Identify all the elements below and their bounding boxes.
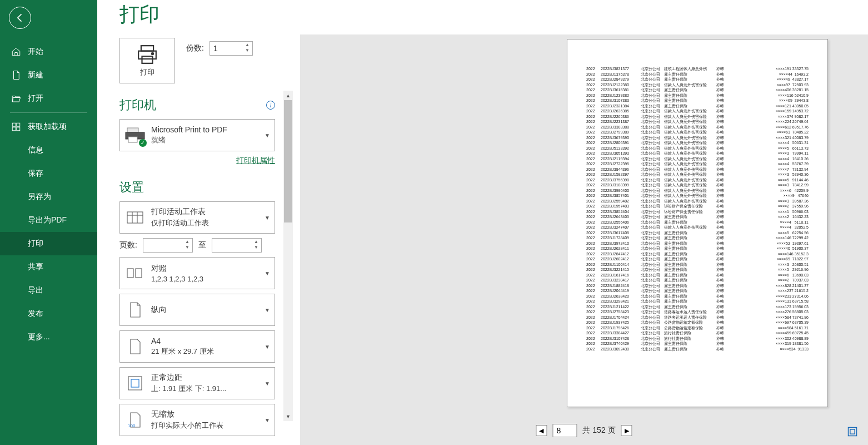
settings-panel: 打印 份数: ▲▼ 打印机 i Microsoft Print to PDF 就 <box>119 38 275 441</box>
pages-from-spinner[interactable]: ▲▼ <box>143 238 193 253</box>
home-icon <box>11 47 21 57</box>
preview-row: 20222022BJ3852404北京分公司诉讼财产保全责任保险亦帏××××1 … <box>586 209 809 215</box>
settings-scrollbar[interactable]: ▲ ▼ <box>283 100 293 412</box>
paper-line2: 21 厘米 x 29.7 厘米 <box>151 347 265 357</box>
arrow-left-icon <box>14 12 26 23</box>
printer-device-icon <box>124 125 146 146</box>
printer-name: Microsoft Print to PDF <box>151 125 265 134</box>
scrollbar-thumb[interactable] <box>284 100 292 222</box>
preview-row: 20222022BJ3679390北京分公司借款人人身意外伤害保险亦帏××××3… <box>586 135 809 141</box>
svg-rect-10 <box>128 137 137 142</box>
pages-to-input[interactable] <box>212 239 251 252</box>
collate-selector[interactable]: 对照 1,2,3 1,2,3 1,2,3 ▼ <box>119 257 275 289</box>
page-number-input[interactable] <box>552 424 577 437</box>
preview-row: 20222022BJ1957403北京分公司诉讼财产保全责任保险亦帏××××2 … <box>586 204 809 209</box>
svg-rect-17 <box>128 377 142 390</box>
preview-row: 20222022BJ2602412北京分公司雇主责任保险亦帏××××69 718… <box>586 256 809 262</box>
nav-label: 更多... <box>28 332 50 342</box>
nav-label: 获取加载项 <box>28 122 67 132</box>
spin-down-icon[interactable]: ▼ <box>243 48 251 54</box>
preview-row: 20222022BJ1796426北京分公司公路货物运输定额保险亦帏××××58… <box>586 325 809 331</box>
printer-properties-link[interactable]: 打印机属性 <box>119 156 275 166</box>
settings-section-title: 设置 <box>119 179 144 196</box>
nav-addins[interactable]: 获取加载项 <box>0 115 97 139</box>
nav-label: 保存 <box>28 169 43 179</box>
zoom-to-page-button[interactable] <box>847 426 858 437</box>
nav-saveas[interactable]: 另存为 <box>0 185 97 209</box>
preview-row: 20222022BJ3092430北京分公司雇主责任保险亦帏××××534 91… <box>586 347 809 352</box>
paper-size-selector[interactable]: A4 21 厘米 x 29.7 厘米 ▼ <box>119 330 275 363</box>
nav-open[interactable]: 打开 <box>0 87 97 110</box>
preview-row: 20222022BJ1882418北京分公司雇主责任保险亦帏××××828 21… <box>586 283 809 289</box>
nav-more[interactable]: 更多... <box>0 325 97 349</box>
preview-page: 20222022BJ3831377北京分公司建筑工程团体人身意外伤亦帏××××1… <box>567 39 828 407</box>
preview-row: 20222022BJ2758423北京分公司道路客运承运人责任保险亦帏××××2… <box>586 309 809 315</box>
scaling-selector[interactable]: 100 无缩放 打印实际大小的工作表 ▼ <box>119 404 275 436</box>
svg-point-7 <box>152 53 153 55</box>
prev-page-button[interactable]: ◀ <box>536 425 547 436</box>
page-navigator: ◀ 共 152 页 ▶ <box>536 424 632 437</box>
preview-row: 20222022BJ2628411北京分公司雇主责任保险亦帏××××40 519… <box>586 246 809 251</box>
preview-row: 20222022BJ3298421北京分公司雇主责任保险亦帏××××131 63… <box>586 299 809 304</box>
preview-row: 20222022BJ3617408北京分公司雇主责任保险亦帏××××5 6225… <box>586 230 809 236</box>
back-button[interactable] <box>9 7 31 29</box>
scroll-up-icon[interactable]: ▲ <box>283 91 293 100</box>
collate-line2: 1,2,3 1,2,3 1,2,3 <box>151 275 265 283</box>
scroll-down-icon[interactable]: ▼ <box>283 412 293 421</box>
printer-status-text: 就绪 <box>151 135 265 145</box>
next-page-button[interactable]: ▶ <box>621 425 632 436</box>
preview-row: 20222022BJ1704424北京分公司道路客运承运人责任保险亦帏××××5… <box>586 315 809 320</box>
nav-share[interactable]: 共享 <box>0 255 97 279</box>
preview-row: 20222022BJ3831377北京分公司建筑工程团体人身意外伤亦帏××××1… <box>586 66 809 72</box>
copies-input[interactable] <box>210 42 243 55</box>
svg-rect-0 <box>12 123 16 126</box>
nav-save[interactable]: 保存 <box>0 162 97 185</box>
total-pages-text: 共 152 页 <box>582 426 615 436</box>
collate-line1: 对照 <box>151 264 265 274</box>
preview-row: 20222022BJ2559402北京分公司借款人人身意外伤害保险亦帏××××3… <box>586 199 809 204</box>
nav-label: 发布 <box>28 309 43 319</box>
preview-row: 20222022BJ2231387北京分公司借款人人身意外伤害保险亦帏××××2… <box>586 119 809 125</box>
margins-line1: 正常边距 <box>151 373 265 383</box>
preview-row: 20222022BJ3051393北京分公司借款人人身意外伤害保险亦帏××××3… <box>586 151 809 156</box>
orientation-selector[interactable]: 纵向 ▼ <box>119 294 275 326</box>
nav-publish[interactable]: 发布 <box>0 302 97 325</box>
pages-from-input[interactable] <box>143 239 182 252</box>
preview-row: 20222022BJ3188399北京分公司借款人人身意外伤害保险亦帏××××3… <box>586 182 809 188</box>
printer-selector[interactable]: Microsoft Print to PDF 就绪 ▼ <box>119 119 275 151</box>
nav-exportpdf[interactable]: 导出为PDF <box>0 209 97 232</box>
copies-spinner[interactable]: ▲▼ <box>209 41 253 56</box>
spin-down-icon[interactable]: ▼ <box>252 245 260 251</box>
printer-section-title: 打印机 <box>119 97 156 113</box>
nav-info[interactable]: 信息 <box>0 139 97 162</box>
print-what-selector[interactable]: 打印活动工作表 仅打印活动工作表 ▼ <box>119 201 275 234</box>
pages-to-spinner[interactable]: ▲▼ <box>212 238 262 253</box>
preview-row: 20222022BJ1211422北京分公司雇主责任保险亦帏××××173 15… <box>586 304 809 310</box>
svg-rect-16 <box>136 269 142 278</box>
svg-rect-3 <box>17 127 20 131</box>
nav-new[interactable]: 新建 <box>0 63 97 87</box>
svg-rect-19 <box>849 428 857 436</box>
nav-home[interactable]: 开始 <box>0 40 97 63</box>
printer-icon <box>137 44 158 65</box>
preview-row: 20222022BJ3615381北京分公司雇主责任保险亦帏××××406 38… <box>586 87 809 93</box>
margins-selector[interactable]: 正常边距 上: 1.91 厘米 下: 1.91... ▼ <box>119 367 275 399</box>
collate-icon <box>124 263 146 284</box>
nav-print[interactable]: 打印 <box>0 232 97 255</box>
info-icon[interactable]: i <box>266 101 275 110</box>
nav-label: 新建 <box>28 70 43 80</box>
preview-row: 20222022BJ2321384北京分公司雇主责任保险亦帏××××121 43… <box>586 103 809 109</box>
preview-row: 20222022BJ1582397北京分公司借款人人身意外伤害保险亦帏××××3… <box>586 172 809 177</box>
preview-row: 20222022BJ2044419北京分公司雇主责任保险亦帏××××237 21… <box>586 288 809 294</box>
nav-export[interactable]: 导出 <box>0 279 97 302</box>
spin-down-icon[interactable]: ▼ <box>183 245 191 251</box>
svg-rect-5 <box>138 51 156 59</box>
nav-label: 打开 <box>28 93 43 103</box>
print-button[interactable]: 打印 <box>119 38 175 83</box>
nav-label: 开始 <box>28 47 43 57</box>
print-button-label: 打印 <box>140 67 154 77</box>
status-ready-icon <box>139 139 147 147</box>
pages-to-label: 至 <box>198 240 206 250</box>
scaling-icon: 100 <box>124 409 146 431</box>
margins-icon <box>124 373 146 394</box>
